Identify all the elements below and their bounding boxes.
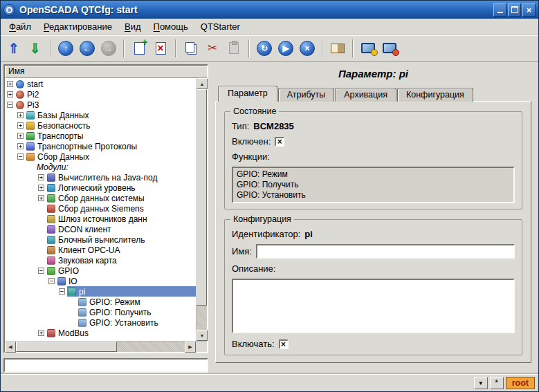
tree-item[interactable]: Шлюз источников данн	[5, 214, 196, 224]
tree-vertical-scrollbar[interactable]: ▲ ▼	[196, 78, 207, 341]
tree-item[interactable]: +Сбор данных системы	[5, 193, 196, 203]
list-item[interactable]: GPIO: Режим	[237, 169, 510, 180]
menu-item-вид[interactable]: Вид	[118, 19, 147, 34]
expand-icon[interactable]: +	[7, 81, 13, 87]
tree-item[interactable]: +Транспорты	[5, 131, 196, 141]
tree-item[interactable]: Сбор данных Siemens	[5, 203, 196, 214]
go-back-button[interactable]: ←	[77, 38, 98, 59]
cut-item-button[interactable]: ✂	[202, 38, 223, 59]
tab-архивация[interactable]: Архивация	[335, 88, 396, 102]
tree-item[interactable]: Блочный вычислитель	[5, 234, 196, 245]
tree-item[interactable]: +Безопасность	[5, 120, 196, 131]
menu-item-помощь[interactable]: Помощь	[147, 19, 194, 34]
expand-icon[interactable]: +	[17, 112, 24, 118]
toolbar-separator	[175, 39, 176, 57]
minimize-button[interactable]	[493, 3, 506, 17]
go-up-button[interactable]: ↑	[55, 38, 76, 59]
expand-icon[interactable]: +	[38, 185, 44, 191]
description-textarea[interactable]	[232, 279, 515, 333]
collapse-icon[interactable]: −	[59, 288, 65, 295]
transports-icon	[26, 132, 35, 140]
tree-item[interactable]: Клиент OPC-UA	[5, 245, 196, 255]
list-item[interactable]: GPIO: Получить	[237, 180, 510, 190]
tree-item[interactable]: +Вычислитель на Java-под	[5, 172, 196, 183]
delete-item-button[interactable]	[150, 38, 171, 59]
tree-item[interactable]: −pi	[5, 286, 196, 297]
menu-item-файл[interactable]: Файл	[3, 19, 37, 34]
close-button[interactable]: ×	[522, 3, 536, 17]
tree-item[interactable]: +Логический уровень	[5, 183, 196, 193]
toolbar-separator	[50, 39, 51, 57]
tree-item[interactable]: −Сбор Данных	[5, 151, 196, 162]
refresh-button[interactable]: ↻	[254, 38, 275, 59]
tab-конфигурация[interactable]: Конфигурация	[397, 88, 473, 102]
menu-item-редактирование[interactable]: Редактирование	[37, 19, 118, 34]
collapse-icon[interactable]: −	[48, 278, 55, 284]
tree-item[interactable]: Звуковая карта	[5, 255, 196, 265]
tree-item[interactable]: +Базы Данных	[5, 110, 196, 120]
tab-атрибуты[interactable]: Атрибуты	[278, 88, 335, 102]
expand-icon[interactable]: +	[17, 133, 24, 139]
tree-item[interactable]: +start	[5, 79, 196, 89]
scroll-right-icon[interactable]: ▶	[185, 342, 196, 353]
copy-item-button[interactable]	[181, 38, 201, 59]
tree-item-label: GPIO: Установить	[89, 318, 158, 328]
add-item-button[interactable]	[129, 38, 149, 59]
tree-item[interactable]: Модули:	[5, 162, 196, 172]
tree-item[interactable]: GPIO: Установить	[5, 317, 196, 328]
tree-item-label: start	[27, 80, 43, 89]
expand-icon[interactable]: +	[17, 122, 24, 129]
tree-item[interactable]: −Pi3	[5, 100, 196, 110]
stop-update-button[interactable]: ×	[297, 38, 318, 59]
qtstarter-search-button[interactable]	[379, 38, 400, 59]
expand-icon[interactable]: +	[38, 174, 44, 180]
collapse-icon[interactable]: −	[17, 153, 24, 160]
scrollbar-thumb[interactable]	[16, 342, 117, 352]
enabled-checkbox[interactable]: ×	[275, 137, 284, 147]
scroll-left-icon[interactable]: ◀	[5, 342, 16, 353]
maximize-button[interactable]	[508, 3, 521, 17]
expand-icon[interactable]: +	[38, 195, 44, 201]
tree-widget: Имя +start+Pi2−Pi3+Базы Данных+Безопасно…	[3, 64, 208, 353]
tree-item[interactable]: +Транспортные Протоколы	[5, 141, 196, 151]
save-to-db-button[interactable]: ⇓	[25, 38, 46, 59]
tree-item[interactable]: −IO	[5, 276, 196, 286]
tree-item[interactable]: +Pi2	[5, 89, 196, 100]
expand-icon[interactable]: +	[7, 91, 13, 97]
list-item[interactable]: GPIO: Установить	[237, 190, 510, 200]
tree-item[interactable]: GPIO: Режим	[5, 297, 196, 307]
tree-panel: Имя +start+Pi2−Pi3+Базы Данных+Безопасно…	[3, 64, 208, 373]
tree-item[interactable]: DCON клиент	[5, 224, 196, 234]
toolbar-separator	[123, 39, 125, 57]
user-badge[interactable]: root	[506, 377, 535, 389]
tree-search-input[interactable]	[3, 358, 208, 373]
scroll-up-icon[interactable]: ▲	[197, 78, 208, 89]
toenable-checkbox[interactable]: ×	[279, 339, 289, 349]
tree-item-label: DCON клиент	[58, 225, 111, 234]
start-update-button[interactable]: ▶	[275, 38, 296, 59]
star-button[interactable]: *	[490, 377, 504, 389]
menubar: ФайлРедактированиеВидПомощьQTStarter	[1, 19, 538, 35]
tree-horizontal-scrollbar[interactable]: ◀ ▶	[5, 342, 196, 352]
config-panel: Параметр: pi ПараметрАтрибутыАрхивацияКо…	[212, 64, 536, 373]
menu-item-qtstarter[interactable]: QTStarter	[194, 19, 246, 34]
module-blockcalc-icon	[47, 236, 55, 244]
tab-параметр[interactable]: Параметр	[218, 86, 277, 102]
manual-button[interactable]	[327, 38, 348, 59]
user-dropdown-button[interactable]: ▼	[474, 377, 488, 389]
tree-item[interactable]: −GPIO	[5, 265, 196, 276]
titlebar[interactable]: OpenSCADA QTCfg: start ×	[1, 1, 538, 19]
scroll-down-icon[interactable]: ▼	[197, 330, 208, 341]
qtstarter-config-button[interactable]	[358, 38, 378, 59]
tree-item[interactable]: GPIO: Получить	[5, 307, 196, 317]
collapse-icon[interactable]: −	[7, 102, 13, 108]
load-from-db-button[interactable]: ⇑	[3, 38, 24, 59]
statusbar: ▼ * root	[1, 374, 538, 391]
scrollbar-thumb[interactable]	[197, 89, 207, 306]
expand-icon[interactable]: +	[17, 143, 24, 149]
expand-icon[interactable]: +	[38, 330, 44, 336]
name-input[interactable]	[256, 244, 515, 259]
tree-item[interactable]: +ModBus	[5, 328, 196, 338]
collapse-icon[interactable]: −	[38, 268, 44, 274]
tree-column-header[interactable]: Имя	[5, 66, 207, 78]
